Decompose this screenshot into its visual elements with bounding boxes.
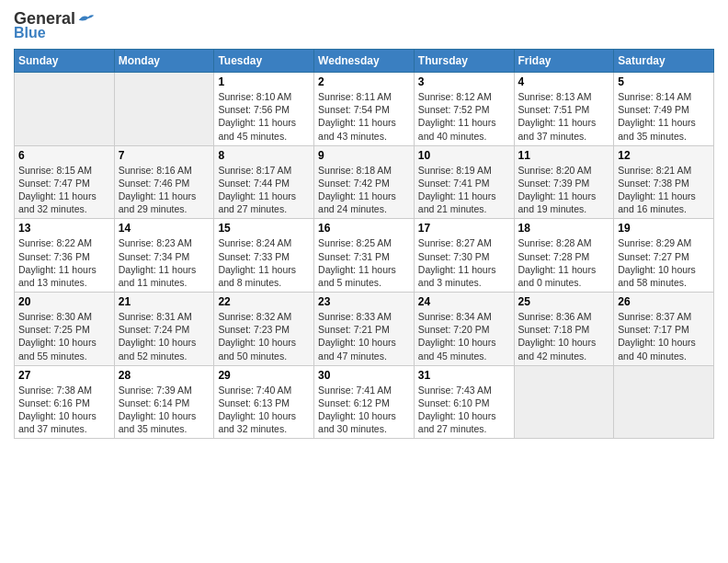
day-number: 3	[418, 75, 510, 88]
calendar-body: 1Sunrise: 8:10 AM Sunset: 7:56 PM Daylig…	[15, 73, 714, 439]
day-detail: Sunrise: 8:17 AM Sunset: 7:44 PM Dayligh…	[218, 164, 310, 216]
day-detail: Sunrise: 8:13 AM Sunset: 7:51 PM Dayligh…	[518, 90, 610, 143]
day-number: 11	[518, 149, 610, 162]
day-detail: Sunrise: 8:24 AM Sunset: 7:33 PM Dayligh…	[218, 236, 310, 289]
day-detail: Sunrise: 8:21 AM Sunset: 7:38 PM Dayligh…	[618, 164, 710, 216]
day-detail: Sunrise: 8:29 AM Sunset: 7:27 PM Dayligh…	[618, 236, 710, 289]
calendar-day-13: 13Sunrise: 8:22 AM Sunset: 7:36 PM Dayli…	[15, 219, 115, 293]
calendar-day-10: 10Sunrise: 8:19 AM Sunset: 7:41 PM Dayli…	[414, 145, 514, 219]
day-number: 29	[218, 369, 310, 382]
logo: General Blue	[14, 9, 96, 41]
logo-blue-text: Blue	[14, 25, 46, 41]
day-detail: Sunrise: 8:34 AM Sunset: 7:20 PM Dayligh…	[418, 310, 510, 362]
day-detail: Sunrise: 8:19 AM Sunset: 7:41 PM Dayligh…	[418, 164, 510, 216]
day-number: 20	[18, 295, 110, 308]
calendar-table: SundayMondayTuesdayWednesdayThursdayFrid…	[14, 49, 714, 439]
day-detail: Sunrise: 8:22 AM Sunset: 7:36 PM Dayligh…	[18, 236, 110, 289]
day-detail: Sunrise: 8:36 AM Sunset: 7:18 PM Dayligh…	[518, 310, 610, 362]
day-detail: Sunrise: 8:30 AM Sunset: 7:25 PM Dayligh…	[18, 310, 110, 362]
day-number: 22	[218, 295, 310, 308]
day-detail: Sunrise: 8:28 AM Sunset: 7:28 PM Dayligh…	[518, 236, 610, 289]
calendar-day-9: 9Sunrise: 8:18 AM Sunset: 7:42 PM Daylig…	[314, 145, 415, 219]
day-detail: Sunrise: 8:25 AM Sunset: 7:31 PM Dayligh…	[318, 236, 410, 289]
day-number: 31	[418, 369, 510, 382]
day-detail: Sunrise: 8:16 AM Sunset: 7:46 PM Dayligh…	[119, 164, 210, 216]
day-detail: Sunrise: 7:43 AM Sunset: 6:10 PM Dayligh…	[418, 384, 510, 436]
day-number: 24	[418, 295, 510, 308]
calendar-day-22: 22Sunrise: 8:32 AM Sunset: 7:23 PM Dayli…	[214, 293, 314, 366]
calendar-day-17: 17Sunrise: 8:27 AM Sunset: 7:30 PM Dayli…	[414, 219, 514, 293]
day-number: 12	[618, 149, 710, 162]
day-detail: Sunrise: 8:32 AM Sunset: 7:23 PM Dayligh…	[218, 310, 310, 362]
calendar-day-31: 31Sunrise: 7:43 AM Sunset: 6:10 PM Dayli…	[414, 365, 514, 439]
day-number: 1	[218, 75, 310, 88]
day-number: 9	[318, 149, 410, 162]
weekday-header-wednesday: Wednesday	[314, 50, 415, 73]
calendar-day-4: 4Sunrise: 8:13 AM Sunset: 7:51 PM Daylig…	[514, 73, 614, 146]
calendar-day-8: 8Sunrise: 8:17 AM Sunset: 7:44 PM Daylig…	[214, 145, 314, 219]
day-number: 25	[518, 295, 610, 308]
day-number: 2	[318, 75, 410, 88]
weekday-header-sunday: Sunday	[15, 50, 115, 73]
day-detail: Sunrise: 8:14 AM Sunset: 7:49 PM Dayligh…	[618, 90, 710, 143]
day-number: 10	[418, 149, 510, 162]
day-number: 5	[618, 75, 710, 88]
weekday-header-thursday: Thursday	[414, 50, 514, 73]
day-detail: Sunrise: 8:18 AM Sunset: 7:42 PM Dayligh…	[318, 164, 410, 216]
day-number: 21	[119, 295, 210, 308]
day-number: 28	[119, 369, 210, 382]
day-detail: Sunrise: 7:39 AM Sunset: 6:14 PM Dayligh…	[119, 384, 210, 436]
calendar-day-26: 26Sunrise: 8:37 AM Sunset: 7:17 PM Dayli…	[614, 293, 714, 366]
day-number: 6	[18, 149, 110, 162]
calendar-day-30: 30Sunrise: 7:41 AM Sunset: 6:12 PM Dayli…	[314, 365, 415, 439]
day-detail: Sunrise: 8:20 AM Sunset: 7:39 PM Dayligh…	[518, 164, 610, 216]
day-detail: Sunrise: 8:10 AM Sunset: 7:56 PM Dayligh…	[218, 90, 310, 143]
calendar-day-11: 11Sunrise: 8:20 AM Sunset: 7:39 PM Dayli…	[514, 145, 614, 219]
calendar-day-24: 24Sunrise: 8:34 AM Sunset: 7:20 PM Dayli…	[414, 293, 514, 366]
day-number: 17	[418, 222, 510, 235]
calendar-day-12: 12Sunrise: 8:21 AM Sunset: 7:38 PM Dayli…	[614, 145, 714, 219]
calendar-empty-cell	[15, 73, 115, 146]
calendar-week-row: 20Sunrise: 8:30 AM Sunset: 7:25 PM Dayli…	[15, 293, 714, 366]
day-detail: Sunrise: 8:31 AM Sunset: 7:24 PM Dayligh…	[119, 310, 210, 362]
day-detail: Sunrise: 7:40 AM Sunset: 6:13 PM Dayligh…	[218, 384, 310, 436]
calendar-day-23: 23Sunrise: 8:33 AM Sunset: 7:21 PM Dayli…	[314, 293, 415, 366]
day-number: 13	[18, 222, 110, 235]
logo-bird-icon	[77, 12, 96, 27]
day-number: 26	[618, 295, 710, 308]
weekday-header-friday: Friday	[514, 50, 614, 73]
calendar-week-row: 13Sunrise: 8:22 AM Sunset: 7:36 PM Dayli…	[15, 219, 714, 293]
calendar-day-27: 27Sunrise: 7:38 AM Sunset: 6:16 PM Dayli…	[15, 365, 115, 439]
calendar-week-row: 27Sunrise: 7:38 AM Sunset: 6:16 PM Dayli…	[15, 365, 714, 439]
weekday-header-monday: Monday	[114, 50, 214, 73]
calendar-day-20: 20Sunrise: 8:30 AM Sunset: 7:25 PM Dayli…	[15, 293, 115, 366]
day-number: 30	[318, 369, 410, 382]
day-number: 16	[318, 222, 410, 235]
day-number: 27	[18, 369, 110, 382]
calendar-day-18: 18Sunrise: 8:28 AM Sunset: 7:28 PM Dayli…	[514, 219, 614, 293]
calendar-day-3: 3Sunrise: 8:12 AM Sunset: 7:52 PM Daylig…	[414, 73, 514, 146]
day-number: 18	[518, 222, 610, 235]
calendar-empty-cell	[514, 365, 614, 439]
day-detail: Sunrise: 7:41 AM Sunset: 6:12 PM Dayligh…	[318, 384, 410, 436]
day-detail: Sunrise: 8:23 AM Sunset: 7:34 PM Dayligh…	[119, 236, 210, 289]
calendar-day-15: 15Sunrise: 8:24 AM Sunset: 7:33 PM Dayli…	[214, 219, 314, 293]
calendar-day-7: 7Sunrise: 8:16 AM Sunset: 7:46 PM Daylig…	[114, 145, 214, 219]
day-number: 4	[518, 75, 610, 88]
page-header: General Blue	[14, 9, 714, 41]
day-detail: Sunrise: 8:15 AM Sunset: 7:47 PM Dayligh…	[18, 164, 110, 216]
day-detail: Sunrise: 8:12 AM Sunset: 7:52 PM Dayligh…	[418, 90, 510, 143]
calendar-day-21: 21Sunrise: 8:31 AM Sunset: 7:24 PM Dayli…	[114, 293, 214, 366]
calendar-day-14: 14Sunrise: 8:23 AM Sunset: 7:34 PM Dayli…	[114, 219, 214, 293]
calendar-header-row: SundayMondayTuesdayWednesdayThursdayFrid…	[15, 50, 714, 73]
day-detail: Sunrise: 7:38 AM Sunset: 6:16 PM Dayligh…	[18, 384, 110, 436]
calendar-day-16: 16Sunrise: 8:25 AM Sunset: 7:31 PM Dayli…	[314, 219, 415, 293]
day-detail: Sunrise: 8:27 AM Sunset: 7:30 PM Dayligh…	[418, 236, 510, 289]
calendar-empty-cell	[114, 73, 214, 146]
weekday-header-tuesday: Tuesday	[214, 50, 314, 73]
day-number: 7	[119, 149, 210, 162]
calendar-empty-cell	[614, 365, 714, 439]
calendar-day-29: 29Sunrise: 7:40 AM Sunset: 6:13 PM Dayli…	[214, 365, 314, 439]
calendar-day-6: 6Sunrise: 8:15 AM Sunset: 7:47 PM Daylig…	[15, 145, 115, 219]
day-detail: Sunrise: 8:33 AM Sunset: 7:21 PM Dayligh…	[318, 310, 410, 362]
